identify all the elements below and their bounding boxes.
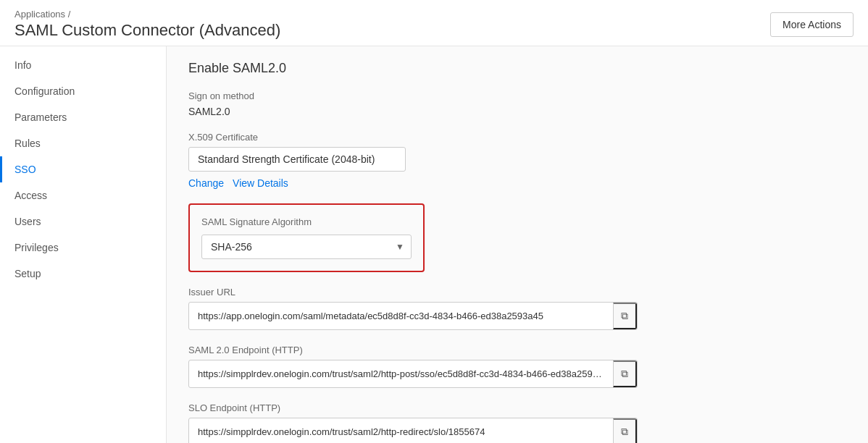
- sidebar-item-privileges[interactable]: Privileges: [0, 235, 166, 261]
- saml-endpoint-group: SAML 2.0 Endpoint (HTTP) https://simpplr…: [188, 345, 846, 388]
- sidebar-item-label: Configuration: [14, 85, 75, 97]
- layout: Info Configuration Parameters Rules SSO …: [0, 46, 868, 443]
- certificate-input: [188, 147, 406, 172]
- sidebar-item-label: Setup: [14, 268, 41, 279]
- sidebar-item-rules[interactable]: Rules: [0, 130, 166, 156]
- sidebar-item-info[interactable]: Info: [0, 52, 166, 78]
- saml-endpoint-value: https://simpplrdev.onelogin.com/trust/sa…: [189, 363, 613, 385]
- sign-on-method-value: SAML2.0: [188, 106, 846, 117]
- view-details-link[interactable]: View Details: [233, 177, 288, 189]
- issuer-url-value: https://app.onelogin.com/saml/metadata/e…: [189, 305, 613, 327]
- sidebar-item-users[interactable]: Users: [0, 208, 166, 235]
- slo-endpoint-field: https://simpplrdev.onelogin.com/trust/sa…: [188, 418, 638, 443]
- sidebar: Info Configuration Parameters Rules SSO …: [0, 46, 167, 443]
- issuer-url-field: https://app.onelogin.com/saml/metadata/e…: [188, 302, 638, 330]
- breadcrumb[interactable]: Applications /: [14, 9, 280, 20]
- sidebar-item-sso[interactable]: SSO: [0, 156, 166, 182]
- slo-endpoint-value: https://simpplrdev.onelogin.com/trust/sa…: [189, 421, 613, 443]
- breadcrumb-text: Applications /: [14, 9, 70, 20]
- sidebar-item-access[interactable]: Access: [0, 182, 166, 208]
- page-header: Applications / SAML Custom Connector (Ad…: [0, 0, 868, 46]
- sidebar-item-label: Rules: [14, 138, 41, 149]
- certificate-label: X.509 Certificate: [188, 132, 846, 143]
- header-left: Applications / SAML Custom Connector (Ad…: [14, 9, 280, 40]
- certificate-links: Change View Details: [188, 177, 846, 189]
- signature-algorithm-select[interactable]: SHA-256 SHA-1 SHA-512: [201, 235, 412, 259]
- signature-algorithm-box: SAML Signature Algorithm SHA-256 SHA-1 S…: [188, 203, 425, 272]
- signature-algorithm-select-wrapper: SHA-256 SHA-1 SHA-512 ▼: [201, 235, 412, 259]
- issuer-url-group: Issuer URL https://app.onelogin.com/saml…: [188, 287, 846, 330]
- slo-endpoint-copy-button[interactable]: ⧉: [613, 418, 637, 443]
- sign-on-method-label: Sign on method: [188, 90, 846, 101]
- section-title: Enable SAML2.0: [188, 61, 846, 76]
- slo-endpoint-label: SLO Endpoint (HTTP): [188, 402, 846, 413]
- page-title: SAML Custom Connector (Advanced): [14, 21, 280, 40]
- sidebar-item-label: Access: [14, 190, 47, 201]
- sidebar-item-label: Privileges: [14, 242, 59, 253]
- issuer-url-copy-button[interactable]: ⧉: [613, 303, 637, 329]
- copy-icon: ⧉: [621, 310, 628, 321]
- issuer-url-label: Issuer URL: [188, 287, 846, 298]
- change-link[interactable]: Change: [188, 177, 224, 189]
- signature-algorithm-label: SAML Signature Algorithm: [201, 216, 412, 227]
- sidebar-item-configuration[interactable]: Configuration: [0, 78, 166, 104]
- sidebar-item-label: Parameters: [14, 111, 67, 123]
- sidebar-item-label: Info: [14, 59, 31, 71]
- slo-endpoint-group: SLO Endpoint (HTTP) https://simpplrdev.o…: [188, 402, 846, 443]
- saml-endpoint-copy-button[interactable]: ⧉: [613, 360, 637, 387]
- saml-endpoint-label: SAML 2.0 Endpoint (HTTP): [188, 345, 846, 355]
- sidebar-item-setup[interactable]: Setup: [0, 261, 166, 287]
- copy-icon: ⧉: [621, 368, 628, 379]
- sidebar-item-label: SSO: [14, 164, 36, 175]
- saml-endpoint-field: https://simpplrdev.onelogin.com/trust/sa…: [188, 360, 638, 388]
- sidebar-item-parameters[interactable]: Parameters: [0, 104, 166, 130]
- main-content: Enable SAML2.0 Sign on method SAML2.0 X.…: [167, 46, 868, 443]
- copy-icon: ⧉: [621, 426, 628, 437]
- more-actions-button[interactable]: More Actions: [770, 12, 854, 37]
- sign-on-method-group: Sign on method SAML2.0: [188, 90, 846, 117]
- sidebar-item-label: Users: [14, 216, 41, 227]
- certificate-group: X.509 Certificate Change View Details: [188, 132, 846, 189]
